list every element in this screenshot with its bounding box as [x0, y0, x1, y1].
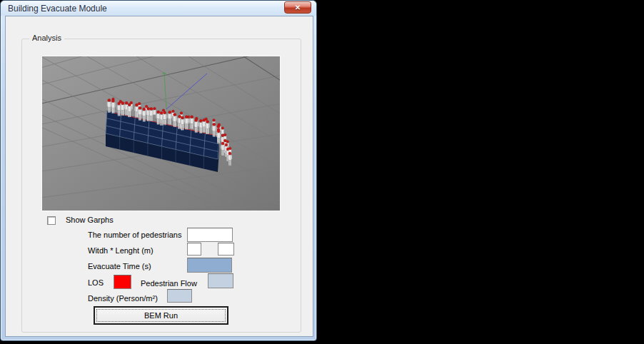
dialog-window: Building Evacuate Module ✕ Analysis Show…: [0, 0, 317, 341]
title-bar[interactable]: Building Evacuate Module ✕: [1, 1, 316, 16]
window-title: Building Evacuate Module: [8, 4, 107, 14]
num-pedestrians-label: The number of pedestrians: [88, 231, 181, 239]
width-input[interactable]: [187, 243, 201, 256]
pedestrian-flow-box: [208, 273, 233, 288]
dialog-client-area: Analysis Show Garphs The number of pedes…: [5, 16, 313, 337]
length-input[interactable]: [218, 243, 234, 256]
evacuate-time-box: [187, 258, 232, 273]
desktop-background: Building Evacuate Module ✕ Analysis Show…: [0, 0, 644, 344]
density-box: [167, 289, 192, 303]
los-indicator: [114, 275, 131, 289]
los-label: LOS: [88, 278, 104, 287]
density-label: Density (Person/m²): [88, 294, 158, 303]
pedestrian-flow-label: Pedestrian Flow: [141, 279, 197, 288]
analysis-groupbox-label: Analysis: [29, 34, 64, 42]
scene-viewport[interactable]: [41, 56, 281, 211]
close-button[interactable]: ✕: [284, 1, 311, 14]
width-length-label: Witdh * Lenght (m): [88, 246, 154, 255]
num-pedestrians-input[interactable]: [187, 228, 233, 242]
bem-run-label: BEM Run: [96, 309, 226, 322]
show-graphs-label: Show Garphs: [66, 216, 114, 224]
show-graphs-checkbox[interactable]: [47, 216, 56, 225]
close-icon: ✕: [285, 2, 311, 13]
evacuate-time-label: Evacuate Time (s): [88, 262, 151, 270]
bem-run-button[interactable]: BEM Run: [94, 306, 228, 325]
scene-3d-render: [42, 56, 280, 211]
